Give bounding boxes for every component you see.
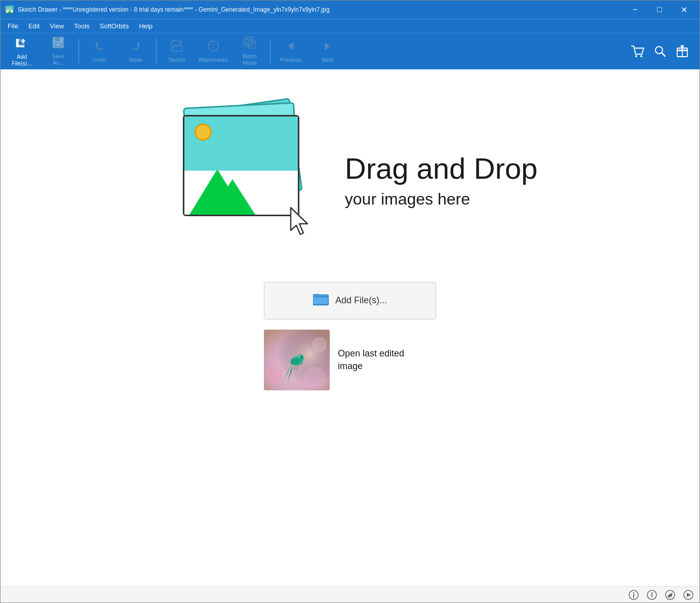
toolbar-watermarks-label: Watermarks [199, 57, 228, 63]
svg-text:f: f [651, 591, 653, 598]
title-bar-controls: − □ ✕ [624, 1, 695, 19]
twitter-icon[interactable] [663, 588, 677, 602]
img-ground [184, 171, 298, 215]
svg-point-27 [640, 55, 642, 57]
main-content: Drag and Drop your images here Add File(… [1, 69, 699, 602]
img-sky [184, 116, 298, 171]
img-mountain-right [210, 179, 255, 215]
add-files-icon [15, 35, 29, 52]
svg-point-48 [297, 355, 301, 358]
svg-point-40 [312, 337, 327, 352]
last-edited-label: Open last editedimage [338, 347, 404, 373]
menu-tools[interactable]: Tools [69, 20, 94, 32]
minimize-button[interactable]: − [624, 1, 647, 19]
svg-point-26 [635, 55, 637, 57]
drag-drop-heading: Drag and Drop [345, 152, 537, 185]
status-bar: f [1, 586, 699, 602]
toolbar-sketch-label: Sketch [168, 57, 185, 63]
info-icon[interactable] [627, 588, 641, 602]
batch-mode-icon [243, 36, 256, 51]
image-stack-illustration [163, 100, 325, 262]
svg-rect-22 [246, 37, 253, 44]
svg-point-4 [7, 8, 9, 10]
toolbar-right [628, 41, 696, 61]
youtube-icon[interactable] [681, 588, 695, 602]
svg-rect-13 [55, 37, 60, 41]
svg-marker-16 [96, 42, 99, 46]
toolbar-gift-button[interactable] [672, 41, 692, 61]
img-sun [195, 124, 212, 141]
menu-view[interactable]: View [45, 20, 69, 32]
redo-icon [129, 39, 142, 55]
svg-marker-17 [136, 42, 139, 46]
toolbar-previous-label: Previous [280, 57, 302, 63]
cursor-arrow [289, 206, 315, 236]
drag-drop-subtext: your images here [345, 190, 537, 209]
window-frame: Sketch Drawer - ****Unregistered version… [0, 0, 700, 603]
toolbar-undo-label: Undo [93, 57, 106, 63]
svg-rect-15 [56, 44, 61, 46]
toolbar-batch-mode-button[interactable]: BatchMode [231, 34, 268, 68]
toolbar-search-button[interactable] [650, 41, 670, 61]
svg-rect-23 [248, 41, 255, 48]
toolbar-undo-button[interactable]: Undo [81, 34, 118, 68]
svg-marker-33 [291, 208, 307, 234]
menu-edit[interactable]: Edit [23, 20, 45, 32]
svg-marker-56 [687, 593, 691, 597]
svg-text:©: © [211, 44, 215, 49]
toolbar-watermarks-button[interactable]: © Watermarks [195, 34, 231, 68]
toolbar-sketch-button[interactable]: Sketch [159, 34, 195, 68]
maximize-button[interactable]: □ [648, 1, 671, 19]
undo-icon [93, 39, 106, 55]
last-edited-thumbnail [264, 330, 330, 390]
previous-icon [284, 39, 297, 55]
sketch-icon [170, 39, 183, 55]
drop-text-area: Drag and Drop your images here [345, 152, 537, 209]
status-bar-right: f [627, 588, 695, 602]
img-card-front [183, 115, 299, 216]
title-bar-text: Sketch Drawer - ****Unregistered version… [18, 6, 624, 13]
add-files-button-label: Add File(s)... [335, 295, 387, 306]
menu-file[interactable]: File [3, 20, 23, 32]
folder-icon [313, 292, 329, 309]
menu-softorbits[interactable]: SoftOrbits [95, 20, 134, 32]
toolbar-redo-label: Redo [129, 57, 142, 63]
app-icon [5, 5, 15, 15]
next-icon [321, 39, 334, 55]
toolbar-previous-button[interactable]: Previous [273, 34, 309, 68]
menu-help[interactable]: Help [134, 20, 158, 32]
toolbar: AddFile(s)... SaveAs... [1, 33, 699, 69]
facebook-icon[interactable]: f [645, 588, 659, 602]
svg-point-38 [265, 366, 283, 384]
toolbar-sep-3 [270, 38, 270, 64]
toolbar-save-button[interactable]: SaveAs... [40, 34, 76, 68]
toolbar-next-label: Next [322, 57, 333, 63]
toolbar-next-button[interactable]: Next [309, 34, 345, 68]
toolbar-add-files-label: AddFile(s)... [12, 54, 32, 67]
menu-bar: File Edit View Tools SoftOrbits Help [1, 19, 699, 33]
last-edited-section[interactable]: Open last editedimage [264, 330, 436, 390]
svg-marker-25 [325, 42, 330, 50]
add-files-button[interactable]: Add File(s)... [264, 282, 436, 319]
toolbar-sep-1 [79, 38, 79, 64]
close-button[interactable]: ✕ [672, 1, 695, 19]
toolbar-save-label: SaveAs... [52, 53, 64, 66]
toolbar-batch-mode-label: BatchMode [243, 53, 257, 66]
toolbar-cart-button[interactable] [628, 41, 648, 61]
toolbar-add-files-button[interactable]: AddFile(s)... [4, 34, 40, 68]
drop-area[interactable]: Drag and Drop your images here [163, 100, 537, 262]
toolbar-redo-button[interactable]: Redo [118, 34, 154, 68]
svg-line-29 [662, 53, 665, 56]
svg-rect-21 [244, 39, 251, 46]
svg-marker-24 [288, 42, 293, 50]
svg-point-50 [633, 592, 634, 593]
toolbar-sep-2 [156, 38, 157, 64]
save-icon [52, 36, 65, 51]
watermarks-icon: © [207, 39, 220, 55]
svg-point-39 [303, 367, 326, 389]
title-bar: Sketch Drawer - ****Unregistered version… [1, 1, 699, 19]
